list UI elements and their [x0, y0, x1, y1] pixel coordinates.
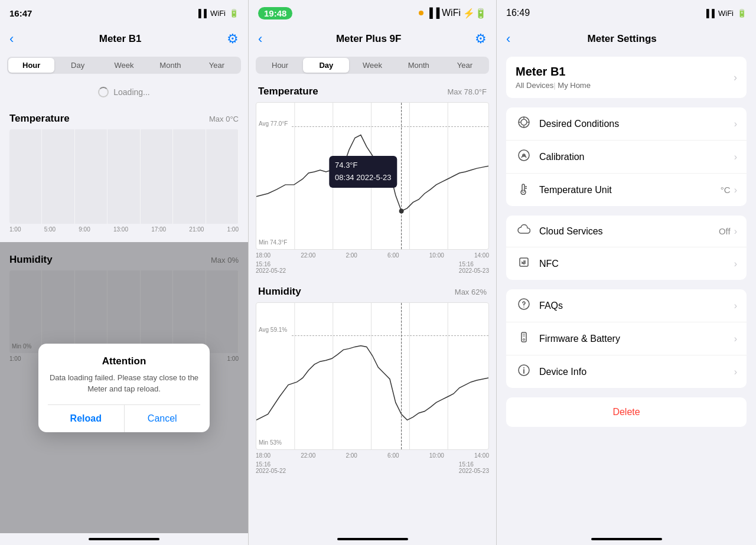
nav-bar-2: ‹ Meter Plus 9F ⚙ [249, 26, 496, 52]
x-label: 2:00 [346, 252, 357, 259]
tab-day-1[interactable]: Day [54, 58, 100, 73]
settings-row-desired-conditions[interactable]: Desired Conditions › [506, 107, 747, 141]
settings-row-calibration[interactable]: Calibration › [506, 141, 747, 174]
tab-month-1[interactable]: Month [147, 58, 193, 73]
x-label: 2:00 [346, 452, 357, 459]
home-bar-2 [337, 538, 408, 540]
settings-row-nfc[interactable]: NFC › [506, 247, 747, 280]
settings-icon-1[interactable]: ⚙ [227, 31, 239, 47]
device-section[interactable]: Meter B1 All Devices My Home › [506, 57, 747, 98]
calibration-icon [516, 149, 532, 165]
temperature-section-2: Temperature Max 78.0°F Avg 77.0°F Min 74… [249, 79, 496, 279]
x-label: 10:00 [429, 252, 444, 259]
calibration-label: Calibration [539, 152, 734, 162]
home-indicator-2 [249, 533, 496, 545]
hum-date-right: 15:16 2022-05-23 [459, 461, 489, 474]
settings-icon-2[interactable]: ⚙ [475, 31, 487, 47]
svg-point-34 [523, 367, 524, 368]
x-label: 18:00 [256, 252, 271, 259]
home-indicator-1 [0, 533, 248, 545]
status-time-3: 16:49 [506, 8, 530, 18]
hum-axis-2: 18:00 22:00 2:00 6:00 10:00 14:00 [249, 450, 496, 461]
x-label: 21:00 [189, 226, 204, 233]
tab-week-1[interactable]: Week [101, 58, 147, 73]
back-icon-3[interactable]: ‹ [506, 31, 510, 47]
dot-icon [419, 11, 423, 15]
tab-week-2[interactable]: Week [349, 58, 395, 73]
settings-row-temperature-unit[interactable]: Temperature Unit °C › [506, 174, 747, 206]
loading-text: Loading... [113, 87, 150, 97]
settings-row-cloud[interactable]: Cloud Services Off › [506, 216, 747, 247]
x-label: 17:00 [151, 226, 166, 233]
temperature-unit-chevron: › [734, 185, 737, 195]
vline [107, 129, 140, 224]
temperature-unit-icon [516, 182, 532, 198]
chart-vlines [9, 129, 239, 224]
alert-dialog: Attention Data loading failed. Please st… [38, 344, 210, 432]
desired-conditions-label: Desired Conditions [539, 119, 734, 129]
nfc-label: NFC [539, 259, 734, 269]
tab-year-1[interactable]: Year [194, 58, 240, 73]
temp-axis-2: 18:00 22:00 2:00 6:00 10:00 14:00 [249, 250, 496, 261]
settings-row-device-info[interactable]: Device Info › [506, 355, 747, 388]
desired-conditions-icon [516, 116, 532, 132]
tab-hour-2[interactable]: Hour [257, 58, 303, 73]
vline [9, 129, 42, 224]
temp-dates-2: 15:16 2022-05-22 15:16 2022-05-23 [249, 261, 496, 279]
temperature-max-1: Max 0°C [209, 115, 239, 123]
settings-content: 16:49 ▐▐ WiFi 🔋 ‹ Meter Settings Meter B… [497, 0, 756, 545]
temperature-chart-1 [9, 129, 239, 224]
tab-year-2[interactable]: Year [442, 58, 488, 73]
cancel-button[interactable]: Cancel [125, 405, 201, 432]
temperature-tooltip: 74.3°F 08:34 2022-5-23 [329, 156, 397, 188]
status-icons-3: ▐▐ WiFi 🔋 [704, 9, 747, 18]
x-label: 5:00 [44, 226, 56, 233]
vline [75, 129, 107, 224]
tag-all-devices: All Devices [516, 81, 553, 90]
nav-title-1: Meter B1 [99, 33, 142, 45]
tab-month-2[interactable]: Month [396, 58, 442, 73]
tab-day-2[interactable]: Day [303, 58, 349, 73]
svg-point-6 [399, 209, 404, 214]
status-bar-1: 16:47 ▐▐ WiFi 🔋 [0, 0, 248, 26]
svg-point-31 [523, 339, 525, 341]
delete-section[interactable]: Delete [506, 397, 747, 427]
settings-row-faqs[interactable]: FAQs › [506, 289, 747, 322]
svg-point-21 [522, 190, 524, 192]
x-label: 1:00 [227, 226, 239, 233]
firmware-label: Firmware & Battery [539, 334, 734, 344]
alert-buttons: Reload Cancel [48, 404, 200, 432]
x-label: 1:00 [9, 226, 21, 233]
temperature-section-1: Temperature Max 0°C 1:00 5:00 9:00 13:00… [0, 106, 248, 237]
x-label: 14:00 [474, 252, 489, 259]
settings-group-cloud: Cloud Services Off › NFC › [506, 216, 747, 280]
firmware-icon [516, 331, 532, 347]
x-label: 10:00 [429, 452, 444, 459]
settings-group-conditions: Desired Conditions › Calibration › [506, 107, 747, 206]
tab-hour-1[interactable]: Hour [8, 58, 54, 73]
back-icon-1[interactable]: ‹ [9, 31, 14, 47]
nfc-icon [516, 256, 532, 272]
back-icon-2[interactable]: ‹ [258, 31, 262, 47]
delete-label[interactable]: Delete [612, 407, 640, 417]
nav-bar-3: ‹ Meter Settings [497, 26, 756, 52]
temperature-chart-2: Avg 77.0°F Min 74.3°F 74.3°F 08:34 [256, 102, 489, 250]
tab-bar-2: Hour Day Week Month Year [256, 57, 489, 74]
wifi-icon-2: WiFi [442, 8, 461, 18]
panel-1-content: Attention Data loading failed. Please st… [0, 242, 248, 533]
alert-message: Data loading failed. Please stay close t… [48, 372, 200, 395]
cloud-chevron: › [734, 226, 737, 237]
status-bar-3: 16:49 ▐▐ WiFi 🔋 [497, 0, 756, 26]
settings-row-firmware[interactable]: Firmware & Battery › [506, 322, 747, 355]
temperature-max-2: Max 78.0°F [447, 87, 487, 96]
status-bar-2: 19:48 ▐▐ WiFi ⚡🔋 [249, 0, 496, 26]
faqs-chevron: › [734, 301, 737, 311]
temperature-title-2: Temperature [258, 86, 318, 97]
settings-nav-title: Meter Settings [510, 33, 734, 45]
wifi-icon: WiFi [210, 9, 226, 18]
home-bar [89, 538, 159, 540]
reload-button[interactable]: Reload [48, 405, 125, 432]
humidity-max-2: Max 62% [455, 288, 487, 296]
tooltip-line2: 08:34 2022-5-23 [335, 172, 391, 184]
vline [141, 129, 173, 224]
